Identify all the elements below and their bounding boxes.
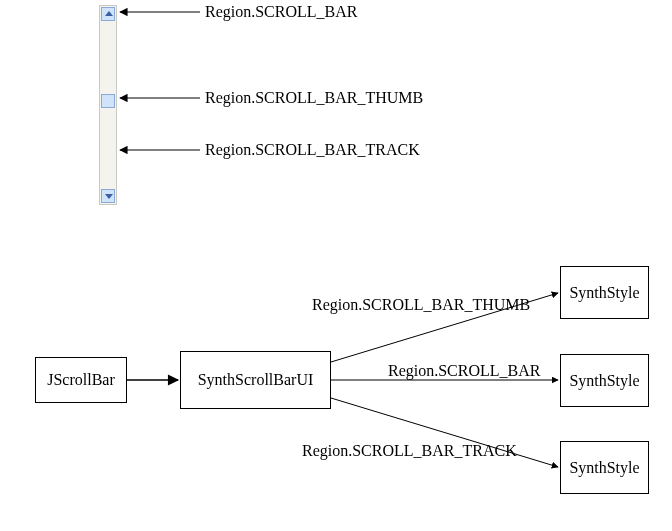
scrollbar-up-button[interactable] xyxy=(101,7,115,21)
diagram-stage: Region.SCROLL_BAR Region.SCROLL_BAR_THUM… xyxy=(0,0,672,531)
chevron-down-icon xyxy=(105,194,113,199)
node-synthstyle-top: SynthStyle xyxy=(560,266,649,319)
node-synthscrollbarui: SynthScrollBarUI xyxy=(180,351,331,409)
scrollbar-thumb[interactable] xyxy=(101,94,115,108)
callout-scroll-bar-track: Region.SCROLL_BAR_TRACK xyxy=(205,141,420,159)
callout-scroll-bar: Region.SCROLL_BAR xyxy=(205,3,357,21)
edge-label-track: Region.SCROLL_BAR_TRACK xyxy=(302,442,517,460)
scrollbar-mockup xyxy=(99,5,117,205)
scrollbar-down-button[interactable] xyxy=(101,189,115,203)
edge-label-thumb: Region.SCROLL_BAR_THUMB xyxy=(312,296,530,314)
node-synthstyle-mid: SynthStyle xyxy=(560,354,649,407)
edge-label-bar: Region.SCROLL_BAR xyxy=(388,362,540,380)
chevron-up-icon xyxy=(105,11,113,16)
node-synthstyle-bot: SynthStyle xyxy=(560,441,649,494)
callout-scroll-bar-thumb: Region.SCROLL_BAR_THUMB xyxy=(205,89,423,107)
node-jscrollbar: JScrollBar xyxy=(35,357,127,403)
